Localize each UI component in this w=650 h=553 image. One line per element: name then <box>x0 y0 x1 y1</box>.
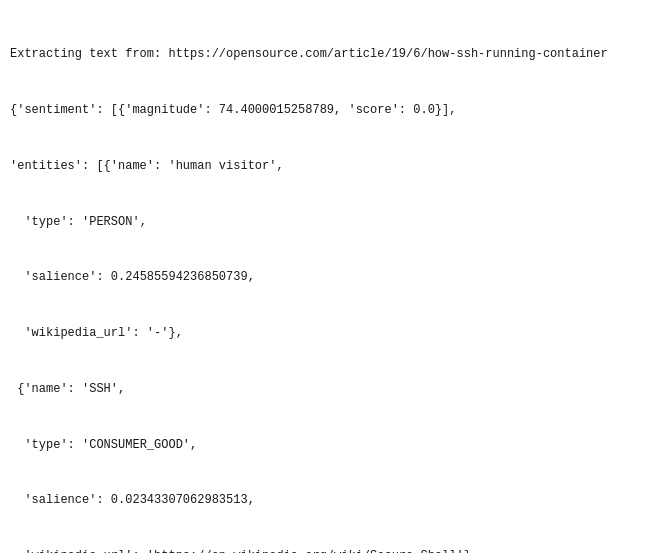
content-line-8: 'wikipedia_url': 'https://en.wikipedia.o… <box>10 547 640 553</box>
content-line-1: 'entities': [{'name': 'human visitor', <box>10 157 640 176</box>
content-line-4: 'wikipedia_url': '-'}, <box>10 324 640 343</box>
content-line-5: {'name': 'SSH', <box>10 380 640 399</box>
code-output: Extracting text from: https://opensource… <box>10 8 640 553</box>
content-line-0: {'sentiment': [{'magnitude': 74.40000152… <box>10 101 640 120</box>
header-line: Extracting text from: https://opensource… <box>10 45 640 64</box>
content-line-3: 'salience': 0.24585594236850739, <box>10 268 640 287</box>
content-line-2: 'type': 'PERSON', <box>10 213 640 232</box>
content-line-6: 'type': 'CONSUMER_GOOD', <box>10 436 640 455</box>
content-line-7: 'salience': 0.02343307062983513, <box>10 491 640 510</box>
